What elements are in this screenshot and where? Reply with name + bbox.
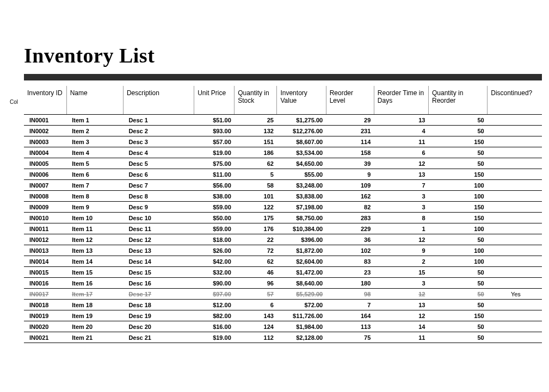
cell-discontinued (488, 245, 542, 256)
page-title: Inventory List (24, 43, 538, 67)
cell-reorder-time: 12 (374, 289, 428, 300)
cell-id: IN0005 (24, 158, 66, 169)
cell-value: $1,984.00 (277, 321, 326, 332)
table-row: IN0013Item 13Desc 13$26.0072$1,872.00102… (24, 245, 542, 256)
cell-price: $75.00 (194, 158, 235, 169)
table-row: IN0020Item 20Desc 20$16.00124$1,984.0011… (24, 321, 542, 332)
cell-name: Item 2 (66, 126, 123, 136)
cell-qty: 143 (235, 310, 277, 321)
cell-id: IN0002 (24, 126, 66, 136)
cell-reorder-qty: 50 (429, 147, 488, 158)
cell-reorder-level: 113 (326, 321, 374, 332)
cell-discontinued (488, 126, 542, 136)
cell-qty: 72 (235, 245, 277, 256)
cell-reorder-qty: 50 (429, 300, 488, 310)
cell-discontinued (488, 115, 542, 126)
table-row: IN0015Item 15Desc 15$32.0046$1,472.00231… (24, 267, 542, 278)
cell-reorder-time: 4 (374, 126, 428, 136)
cell-value: $2,604.00 (277, 256, 326, 267)
cell-qty: 101 (235, 191, 277, 202)
cell-qty: 6 (235, 300, 277, 310)
table-row: IN0014Item 14Desc 14$42.0062$2,604.00832… (24, 256, 542, 267)
cell-id: IN0006 (24, 169, 66, 180)
cell-reorder-qty: 150 (429, 136, 488, 147)
cell-price: $50.00 (194, 213, 235, 223)
cell-reorder-level: 36 (326, 234, 374, 245)
cell-reorder-qty: 100 (429, 223, 488, 234)
cell-desc: Desc 8 (123, 191, 194, 202)
cell-discontinued (488, 300, 542, 310)
cell-desc: Desc 7 (123, 180, 194, 191)
cell-name: Item 18 (66, 300, 123, 310)
cell-reorder-time: 13 (374, 300, 428, 310)
cell-reorder-qty: 50 (429, 158, 488, 169)
cell-discontinued (488, 202, 542, 213)
cell-reorder-qty: 100 (429, 180, 488, 191)
cell-price: $51.00 (194, 115, 235, 126)
cell-reorder-level: 164 (326, 310, 374, 321)
header-bar (24, 74, 542, 80)
col-unit-price: Unit Price (194, 86, 235, 115)
cell-id: IN0010 (24, 213, 66, 223)
cell-id: IN0018 (24, 300, 66, 310)
cell-price: $82.00 (194, 310, 235, 321)
cell-name: Item 5 (66, 158, 123, 169)
cell-reorder-qty: 150 (429, 169, 488, 180)
table-row: IN0004Item 4Desc 4$19.00186$3,534.001586… (24, 147, 542, 158)
table-row: IN0016Item 16Desc 16$90.0096$8,640.00180… (24, 278, 542, 289)
cell-value: $396.00 (277, 234, 326, 245)
cell-id: IN0015 (24, 267, 66, 278)
cell-price: $38.00 (194, 191, 235, 202)
cell-price: $90.00 (194, 278, 235, 289)
cell-price: $42.00 (194, 256, 235, 267)
cell-discontinued (488, 191, 542, 202)
cell-value: $5,529.00 (277, 289, 326, 300)
table-row: IN0006Item 6Desc 6$11.005$55.00913150 (24, 169, 542, 180)
cell-reorder-time: 7 (374, 180, 428, 191)
cell-discontinued (488, 213, 542, 223)
table-row: IN0011Item 11Desc 11$59.00176$10,384.002… (24, 223, 542, 234)
cell-value: $55.00 (277, 169, 326, 180)
cell-qty: 124 (235, 321, 277, 332)
cell-discontinued (488, 278, 542, 289)
cell-reorder-time: 11 (374, 332, 428, 343)
cell-reorder-time: 13 (374, 169, 428, 180)
table-row: IN0018Item 18Desc 18$12.006$72.0071350 (24, 300, 542, 310)
cell-value: $10,384.00 (277, 223, 326, 234)
cell-discontinued (488, 136, 542, 147)
cell-price: $18.00 (194, 234, 235, 245)
cell-qty: 57 (235, 289, 277, 300)
cell-value: $72.00 (277, 300, 326, 310)
table-row: IN0012Item 12Desc 12$18.0022$396.0036125… (24, 234, 542, 245)
cell-name: Item 14 (66, 256, 123, 267)
cell-qty: 175 (235, 213, 277, 223)
cell-discontinued (488, 223, 542, 234)
cell-qty: 151 (235, 136, 277, 147)
cell-desc: Desc 2 (123, 126, 194, 136)
cell-value: $3,838.00 (277, 191, 326, 202)
cell-value: $8,750.00 (277, 213, 326, 223)
cell-reorder-time: 2 (374, 256, 428, 267)
cell-qty: 46 (235, 267, 277, 278)
cell-desc: Desc 19 (123, 310, 194, 321)
cell-id: IN0014 (24, 256, 66, 267)
cell-value: $12,276.00 (277, 126, 326, 136)
cell-value: $7,198.00 (277, 202, 326, 213)
cell-desc: Desc 21 (123, 332, 194, 343)
cell-reorder-level: 102 (326, 245, 374, 256)
cell-reorder-qty: 150 (429, 213, 488, 223)
cell-reorder-time: 6 (374, 147, 428, 158)
col-name: Name (66, 86, 123, 115)
cell-reorder-level: 162 (326, 191, 374, 202)
cell-reorder-time: 12 (374, 310, 428, 321)
cell-desc: Desc 14 (123, 256, 194, 267)
cell-price: $97.00 (194, 289, 235, 300)
cell-id: IN0021 (24, 332, 66, 343)
cell-reorder-level: 231 (326, 126, 374, 136)
cell-discontinued (488, 147, 542, 158)
cell-price: $56.00 (194, 180, 235, 191)
cell-reorder-time: 12 (374, 234, 428, 245)
cell-reorder-time: 3 (374, 202, 428, 213)
cell-value: $2,128.00 (277, 332, 326, 343)
cell-desc: Desc 9 (123, 202, 194, 213)
